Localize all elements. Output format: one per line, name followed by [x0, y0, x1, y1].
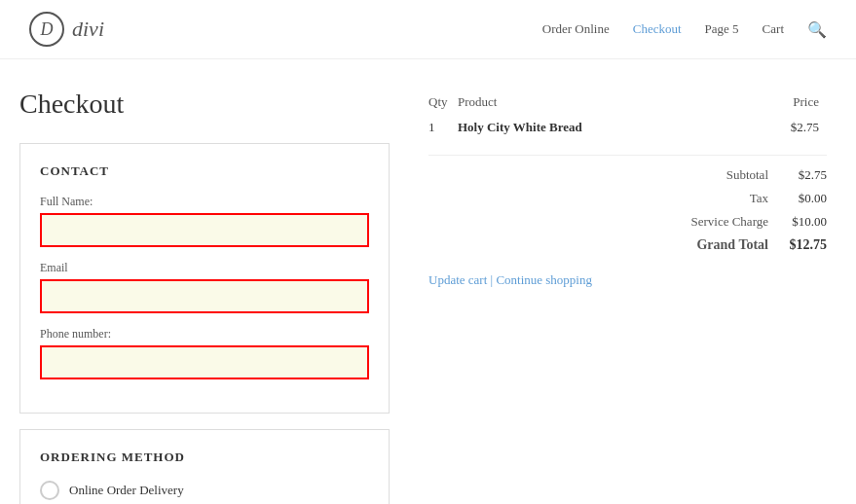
nav-cart[interactable]: Cart — [763, 21, 784, 37]
grand-total-label: Grand Total — [428, 237, 768, 253]
logo-icon: D — [29, 12, 64, 47]
full-name-input[interactable] — [40, 213, 369, 247]
subtotal-row: Subtotal $2.75 — [428, 163, 827, 187]
subtotal-value: $2.75 — [768, 167, 827, 183]
tax-label: Tax — [428, 191, 768, 206]
main-nav: Order Online Checkout Page 5 Cart 🔍 — [542, 20, 827, 39]
left-column: Checkout CONTACT Full Name: Email Phone … — [19, 89, 390, 504]
email-label: Email — [40, 261, 369, 275]
radio-circle-delivery — [40, 481, 59, 500]
item-qty: 1 — [428, 116, 458, 139]
service-charge-value: $10.00 — [768, 214, 827, 230]
order-table: Qty Product Price 1 Holy City White Brea… — [428, 89, 827, 139]
item-product: Holy City White Bread — [458, 116, 747, 139]
nav-order-online[interactable]: Order Online — [542, 21, 610, 37]
radio-label-delivery: Online Order Delivery — [69, 483, 184, 498]
cart-action-separator: | — [491, 272, 494, 287]
grand-total-value: $12.75 — [768, 237, 827, 253]
ordering-method-title: ORDERING METHOD — [40, 450, 369, 465]
grand-total-row: Grand Total $12.75 — [428, 234, 827, 257]
main-content: Checkout CONTACT Full Name: Email Phone … — [0, 59, 856, 504]
service-charge-row: Service Charge $10.00 — [428, 210, 827, 234]
subtotal-label: Subtotal — [428, 167, 768, 183]
continue-shopping-link[interactable]: Continue shopping — [496, 272, 592, 287]
logo[interactable]: D divi — [29, 12, 104, 47]
update-cart-link[interactable]: Update cart — [428, 272, 487, 287]
header: D divi Order Online Checkout Page 5 Cart… — [0, 0, 856, 59]
full-name-label: Full Name: — [40, 195, 369, 209]
nav-page5[interactable]: Page 5 — [705, 21, 739, 37]
radio-group: Online Order Delivery Online Order Pick … — [40, 481, 369, 504]
phone-label: Phone number: — [40, 327, 369, 342]
full-name-group: Full Name: — [40, 195, 369, 247]
tax-row: Tax $0.00 — [428, 187, 827, 210]
col-qty: Qty — [428, 89, 458, 116]
email-group: Email — [40, 261, 369, 313]
col-price: Price — [747, 89, 827, 116]
product-name: Holy City White Bread — [458, 120, 582, 134]
item-price: $2.75 — [747, 116, 827, 139]
email-input[interactable] — [40, 279, 369, 313]
table-row: 1 Holy City White Bread $2.75 — [428, 116, 827, 139]
right-column: Qty Product Price 1 Holy City White Brea… — [428, 89, 827, 504]
contact-section: CONTACT Full Name: Email Phone number: — [19, 143, 390, 414]
ordering-method-section: ORDERING METHOD Online Order Delivery On… — [19, 429, 390, 504]
page-title: Checkout — [19, 89, 390, 120]
col-product: Product — [458, 89, 747, 116]
logo-name: divi — [72, 17, 104, 42]
contact-title: CONTACT — [40, 163, 369, 179]
nav-checkout[interactable]: Checkout — [633, 21, 682, 37]
search-icon[interactable]: 🔍 — [807, 20, 827, 39]
phone-group: Phone number: — [40, 327, 369, 379]
phone-input[interactable] — [40, 345, 369, 379]
radio-delivery[interactable]: Online Order Delivery — [40, 481, 369, 500]
service-charge-label: Service Charge — [428, 214, 768, 230]
divider — [428, 155, 827, 156]
cart-actions: Update cart | Continue shopping — [428, 272, 827, 288]
tax-value: $0.00 — [768, 191, 827, 206]
